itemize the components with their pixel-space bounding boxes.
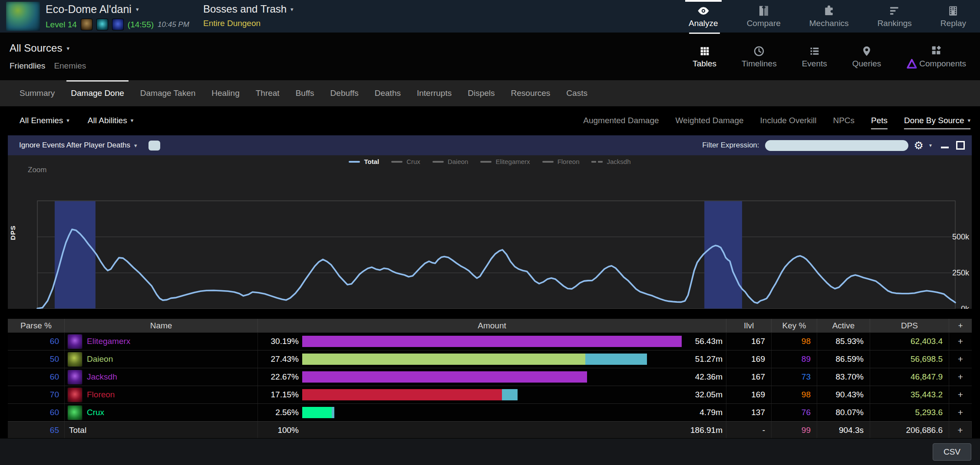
player-name-cell[interactable]: Total	[65, 422, 258, 439]
option-include-overkill[interactable]: Include Overkill	[760, 116, 817, 125]
tab-damage-taken[interactable]: Damage Taken	[140, 80, 195, 106]
column-header-key[interactable]: Key %	[772, 319, 817, 332]
parse-percent[interactable]: 65	[8, 422, 65, 439]
column-header-ilvl[interactable]: Ilvl	[726, 319, 772, 332]
fight-selector[interactable]: Bosses and Trash	[203, 3, 287, 15]
expand-row-button[interactable]: +	[949, 404, 972, 421]
active-percent-cell: 85.93%	[817, 333, 870, 350]
nav-rankings[interactable]: Rankings	[874, 0, 915, 33]
expand-row-button[interactable]: +	[949, 386, 972, 403]
ignore-events-dropdown[interactable]: Ignore Events After Player Deaths	[19, 141, 137, 150]
parse-percent[interactable]: 60	[8, 404, 65, 421]
player-name-cell[interactable]: Crux	[65, 404, 258, 421]
class-icon-pet	[67, 405, 82, 420]
parse-percent[interactable]: 70	[8, 386, 65, 403]
tab-buffs[interactable]: Buffs	[296, 80, 314, 106]
chevron-down-icon[interactable]	[290, 6, 294, 13]
option-augmented-damage[interactable]: Augmented Damage	[583, 116, 659, 125]
option-pets[interactable]: Pets	[871, 116, 888, 129]
nav-label: Analyze	[689, 19, 718, 28]
tab-resources[interactable]: Resources	[511, 80, 551, 106]
filter-expression-input[interactable]	[765, 140, 908, 151]
player-name[interactable]: Jacksdh	[87, 372, 117, 382]
nav-replay[interactable]: Replay	[937, 0, 970, 33]
key-percent-cell[interactable]: 98	[772, 386, 817, 403]
minimize-icon[interactable]	[941, 141, 949, 149]
amount-bar	[302, 354, 647, 365]
column-header-dps[interactable]: DPS	[870, 319, 949, 332]
player-name[interactable]: Total	[69, 426, 86, 435]
dps-chart[interactable]: TotalCruxDaieonElitegamerxFloreonJacksdh…	[8, 155, 972, 309]
tab-dispels[interactable]: Dispels	[468, 80, 495, 106]
compare-icon	[757, 4, 770, 17]
puzzle-icon	[822, 4, 835, 17]
column-header-parse[interactable]: Parse %	[8, 319, 65, 332]
nav-compare[interactable]: Compare	[743, 0, 784, 33]
nav-tables[interactable]: Tables	[689, 33, 720, 80]
tab-deaths[interactable]: Deaths	[375, 80, 401, 106]
key-percent-cell[interactable]: 76	[772, 404, 817, 421]
nav-timelines[interactable]: Timelines	[738, 33, 780, 80]
tab-summary[interactable]: Summary	[20, 80, 55, 106]
chart-canvas[interactable]: 00:0001:0002:0003:0004:0005:0006:0007:00…	[8, 155, 972, 309]
maximize-icon[interactable]	[956, 141, 965, 150]
dungeon-title[interactable]: Eco-Dome Al'dani	[46, 3, 132, 16]
player-name[interactable]: Floreon	[87, 390, 115, 400]
chevron-down-icon[interactable]	[929, 142, 932, 148]
parse-percent[interactable]: 60	[8, 333, 65, 350]
amount-cell: 30.19%56.43m	[258, 333, 726, 350]
key-percent-cell[interactable]: 99	[772, 422, 817, 439]
column-header-amount[interactable]: Amount	[258, 319, 726, 332]
enemies-toggle[interactable]: Enemies	[54, 61, 86, 71]
player-name-cell[interactable]: Elitegamerx	[65, 333, 258, 350]
expand-row-button[interactable]: +	[949, 422, 972, 439]
amount-bar-track	[302, 389, 682, 400]
parse-percent[interactable]: 60	[8, 368, 65, 386]
key-percent-cell[interactable]: 98	[772, 333, 817, 350]
key-percent-cell[interactable]: 89	[772, 350, 817, 368]
expand-row-button[interactable]: +	[949, 368, 972, 386]
parse-percent[interactable]: 50	[8, 350, 65, 368]
dropdown-all-enemies[interactable]: All Enemies	[20, 116, 69, 125]
nav-mechanics[interactable]: Mechanics	[806, 0, 852, 33]
dps-cell: 46,847.9	[870, 368, 949, 386]
ilvl-cell: 169	[726, 350, 772, 368]
ilvl-cell: 169	[726, 386, 772, 403]
column-header-[interactable]: +	[949, 319, 972, 332]
tab-casts[interactable]: Casts	[566, 80, 587, 106]
expand-row-button[interactable]: +	[949, 333, 972, 350]
tab-debuffs[interactable]: Debuffs	[330, 80, 359, 106]
player-name[interactable]: Daieon	[87, 354, 113, 364]
nav-queries[interactable]: Queries	[849, 33, 885, 80]
dropdown-all-abilities[interactable]: All Abilities	[88, 116, 133, 125]
friendlies-toggle[interactable]: Friendlies	[10, 61, 45, 71]
tab-interrupts[interactable]: Interrupts	[417, 80, 452, 106]
player-name[interactable]: Crux	[87, 408, 104, 417]
ignore-events-checkbox[interactable]	[148, 141, 160, 151]
option-npcs[interactable]: NPCs	[833, 116, 855, 125]
option-weighted-damage[interactable]: Weighted Damage	[676, 116, 744, 125]
option-done-by-source[interactable]: Done By Source	[904, 116, 970, 129]
damage-percent: 27.43%	[263, 354, 299, 364]
nav-events[interactable]: Events	[799, 33, 831, 80]
tab-threat[interactable]: Threat	[256, 80, 280, 106]
player-name-cell[interactable]: Jacksdh	[65, 368, 258, 386]
player-name-cell[interactable]: Floreon	[65, 386, 258, 403]
amount-bar-track	[302, 354, 682, 365]
player-name[interactable]: Elitegamerx	[87, 337, 130, 346]
gear-icon[interactable]: ⚙	[914, 140, 924, 151]
column-header-name[interactable]: Name	[65, 319, 258, 332]
all-sources-dropdown[interactable]: All Sources	[10, 42, 69, 54]
dps-chart-panel: Ignore Events After Player Deaths Filter…	[8, 135, 972, 309]
column-header-active[interactable]: Active	[817, 319, 870, 332]
damage-table: Parse %NameAmountIlvlKey %ActiveDPS+ 60E…	[8, 319, 972, 439]
tab-healing[interactable]: Healing	[211, 80, 239, 106]
tab-damage-done[interactable]: Damage Done	[71, 80, 124, 106]
expand-row-button[interactable]: +	[949, 350, 972, 368]
key-percent-cell[interactable]: 73	[772, 368, 817, 386]
nav-analyze[interactable]: Analyze	[685, 0, 722, 33]
chevron-down-icon[interactable]	[136, 6, 139, 13]
nav-components[interactable]: Components	[903, 33, 970, 80]
csv-export-button[interactable]: CSV	[933, 443, 971, 461]
player-name-cell[interactable]: Daieon	[65, 350, 258, 368]
